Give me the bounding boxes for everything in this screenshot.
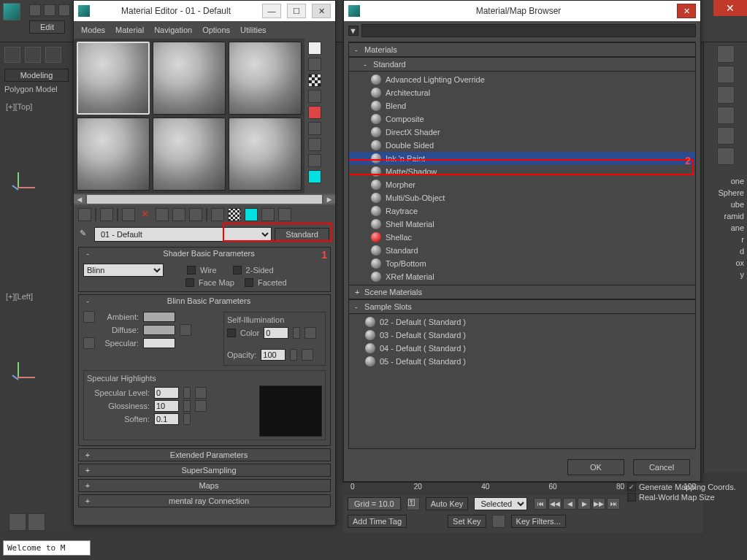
hierarchy-panel-icon[interactable] — [717, 86, 735, 104]
material-item[interactable]: Shell Material — [349, 218, 695, 231]
ambient-lock-icon[interactable] — [83, 311, 95, 323]
spinner[interactable] — [293, 327, 300, 339]
minimize-button[interactable]: — — [262, 4, 281, 18]
rollout-toggle[interactable]: + — [83, 466, 92, 475]
primitive-button-partial[interactable]: Sphere — [703, 187, 747, 199]
browser-options-dropdown[interactable]: ▼ — [348, 26, 359, 36]
save-file-icon[interactable] — [58, 4, 70, 16]
options-icon[interactable] — [308, 138, 321, 151]
key-filters-button[interactable]: Key Filters... — [511, 515, 566, 528]
assign-to-selection-icon[interactable] — [122, 208, 135, 221]
soften-input[interactable] — [154, 413, 179, 425]
viewport-top-label[interactable]: [+][Top] — [0, 99, 73, 114]
real-world-checkbox[interactable] — [627, 493, 636, 502]
sample-uv-icon[interactable] — [308, 90, 321, 103]
reset-map-icon[interactable]: ✕ — [139, 208, 152, 221]
background-icon[interactable] — [308, 74, 321, 87]
playback-button-5[interactable]: ⏭ — [607, 498, 620, 510]
playback-button-0[interactable]: ⏮ — [534, 498, 547, 510]
go-forward-icon[interactable] — [278, 208, 291, 221]
menu-options[interactable]: Options — [202, 26, 230, 34]
motion-panel-icon[interactable] — [717, 107, 735, 124]
sample-type-icon[interactable] — [308, 42, 321, 55]
viewport-layout-icon[interactable] — [9, 513, 26, 531]
menu-navigation[interactable]: Navigation — [154, 26, 192, 34]
material-item[interactable]: Architectural — [349, 86, 695, 99]
show-end-result-icon[interactable] — [245, 208, 258, 221]
material-item[interactable]: Multi/Sub-Object — [349, 191, 695, 204]
faceted-checkbox[interactable] — [245, 278, 253, 287]
make-preview-icon[interactable] — [308, 122, 321, 135]
set-key-button[interactable]: Set Key — [448, 515, 486, 528]
put-to-library-icon[interactable] — [189, 208, 202, 221]
scroll-right-button[interactable]: ► — [323, 195, 335, 204]
video-color-check-icon[interactable] — [308, 106, 321, 119]
app-close-button[interactable]: ✕ — [713, 0, 747, 16]
go-to-parent-icon[interactable] — [261, 208, 275, 221]
select-by-material-icon[interactable] — [308, 154, 321, 167]
sample-slot-4[interactable] — [77, 118, 150, 191]
sample-slot-1[interactable] — [77, 42, 150, 115]
open-file-icon[interactable] — [44, 4, 55, 16]
key-mode-select[interactable]: Selected — [474, 497, 527, 510]
face-map-checkbox[interactable] — [185, 278, 194, 287]
browser-close-button[interactable]: ✕ — [677, 4, 696, 18]
material-name-select[interactable]: 01 - Default — [94, 227, 272, 242]
link-icon[interactable] — [4, 47, 20, 63]
primitive-button-partial[interactable]: ramid — [703, 210, 747, 222]
playback-button-3[interactable]: ▶ — [578, 498, 591, 510]
primitive-button-partial[interactable]: one — [703, 175, 747, 187]
put-to-scene-icon[interactable] — [100, 208, 113, 221]
selfillum-color-checkbox[interactable] — [227, 329, 236, 337]
scrollbar-track[interactable] — [87, 195, 322, 204]
gloss-map-button[interactable] — [195, 400, 207, 412]
sample-slot-5[interactable] — [153, 118, 226, 191]
new-file-icon[interactable] — [29, 4, 41, 16]
ambient-swatch[interactable] — [143, 312, 175, 322]
sample-slots-section-header[interactable]: - Sample Slots — [349, 299, 695, 314]
sample-slot-2[interactable] — [153, 42, 226, 115]
material-id-icon[interactable] — [308, 170, 321, 183]
rollout-toggle[interactable]: - — [83, 249, 92, 258]
specular-lock-icon[interactable] — [83, 337, 95, 349]
selfillum-value-input[interactable] — [264, 327, 288, 339]
menu-material[interactable]: Material — [115, 26, 144, 34]
material-item[interactable]: Blend — [349, 99, 695, 112]
display-panel-icon[interactable] — [717, 127, 735, 145]
sample-slot-item[interactable]: 03 - Default ( Standard ) — [349, 329, 695, 342]
cancel-button[interactable]: Cancel — [633, 459, 690, 475]
sample-slot-item[interactable]: 05 - Default ( Standard ) — [349, 355, 695, 368]
material-item[interactable]: Top/Bottom — [349, 257, 695, 270]
unlink-icon[interactable] — [25, 47, 41, 63]
material-item[interactable]: Matte/Shadow — [349, 165, 695, 178]
key-settings-icon[interactable] — [492, 515, 505, 528]
material-item[interactable]: DirectX Shader — [349, 126, 695, 139]
materials-section-header[interactable]: - Materials — [349, 42, 695, 57]
rollout-toggle[interactable]: - — [83, 296, 92, 305]
maximize-button[interactable]: ☐ — [287, 4, 306, 18]
auto-key-button[interactable]: Auto Key — [426, 497, 469, 510]
material-item[interactable]: Ink 'n Paint — [349, 152, 695, 165]
playback-button-1[interactable]: ◀◀ — [548, 498, 562, 510]
spinner[interactable] — [183, 400, 191, 412]
sample-slot-item[interactable]: 04 - Default ( Standard ) — [349, 342, 695, 355]
primitive-button-partial[interactable]: ane — [703, 222, 747, 234]
sample-slot-3[interactable] — [229, 42, 302, 115]
material-item[interactable]: Raytrace — [349, 204, 695, 218]
material-item[interactable]: Morpher — [349, 178, 695, 191]
opacity-map-button[interactable] — [302, 349, 313, 361]
spec-level-map-button[interactable] — [195, 387, 207, 399]
spinner[interactable] — [183, 413, 191, 425]
utilities-panel-icon[interactable] — [717, 147, 735, 165]
glossiness-input[interactable] — [154, 400, 179, 412]
primitive-button-partial[interactable]: d — [703, 245, 747, 257]
pick-material-icon[interactable]: ✎ — [80, 229, 91, 240]
selfillum-map-button[interactable] — [304, 327, 316, 339]
sample-slot-6[interactable] — [229, 118, 302, 191]
viewport-config-icon[interactable] — [28, 513, 45, 531]
show-map-in-viewport-icon[interactable] — [228, 208, 241, 221]
rollout-toggle[interactable]: + — [83, 450, 92, 459]
scene-materials-section-header[interactable]: + Scene Materials — [349, 285, 695, 299]
make-unique-icon[interactable] — [172, 208, 185, 221]
get-material-icon[interactable] — [78, 208, 91, 221]
